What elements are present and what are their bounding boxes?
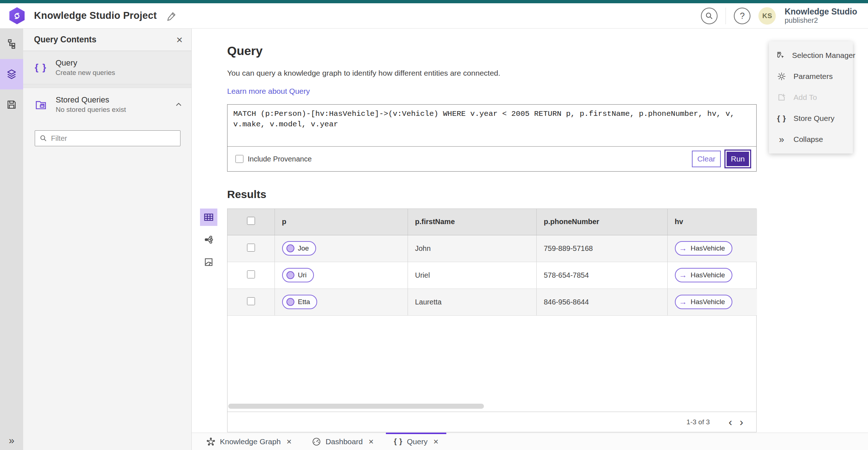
item-subtitle: Create new queries (55, 69, 115, 77)
menu-item-label: Parameters (793, 72, 833, 81)
layers-icon (6, 68, 17, 80)
filter-field[interactable] (35, 130, 180, 146)
view-table-button[interactable] (200, 209, 217, 226)
arrow-right-icon: → (679, 298, 687, 306)
select-all-checkbox[interactable] (247, 217, 255, 225)
node-dot-icon (286, 271, 294, 279)
horizontal-scrollbar[interactable] (228, 404, 484, 409)
arrow-right-icon: → (679, 271, 687, 279)
node-pill[interactable]: Uri (282, 268, 314, 282)
query-textarea[interactable]: MATCH (p:Person)-[hv:HasVehicle]->(v:Veh… (227, 105, 756, 147)
edge-pill[interactable]: →HasVehicle (675, 295, 732, 309)
panel-close-icon[interactable]: × (176, 34, 183, 45)
sidebar-item-stored-queries[interactable]: Stored Queries No stored queries exist (23, 88, 191, 121)
editor-footer: Include Provenance Clear Run (227, 147, 756, 171)
node-dot-icon (286, 298, 294, 306)
save-icon (6, 99, 17, 110)
user-block[interactable]: Knowledge Studio publisher2 (784, 7, 857, 25)
include-provenance-option[interactable]: Include Provenance (235, 155, 312, 163)
include-provenance-label: Include Provenance (248, 155, 312, 163)
rail-item-layers[interactable] (0, 59, 23, 89)
page-prev-icon[interactable]: ‹ (726, 416, 735, 428)
gear-icon (776, 72, 787, 81)
table-header-row: p p.firstName p.phoneNumber hv (227, 209, 757, 235)
view-graph-button[interactable] (200, 231, 217, 248)
expand-rail-icon[interactable]: » (0, 435, 23, 446)
item-subtitle: No stored queries exist (56, 106, 126, 114)
node-label: Joe (298, 244, 309, 252)
menu-item-label: Store Query (793, 114, 834, 123)
help-button[interactable]: ? (734, 8, 750, 24)
menu-item-parameters[interactable]: Parameters (769, 66, 853, 87)
results-table: p p.firstName p.phoneNumber hv Joe John (227, 209, 757, 316)
main-area: Query You can query a knowledge graph to… (192, 29, 868, 450)
query-contents-panel: Query Contents × { } Query Create new qu… (23, 29, 192, 450)
node-pill[interactable]: Joe (282, 241, 316, 256)
menu-item-store-query[interactable]: { } Store Query (769, 108, 853, 129)
node-dot-icon (286, 244, 294, 252)
menu-item-label: Add To (793, 93, 817, 102)
top-accent-strip (0, 0, 868, 3)
tab-knowledge-graph[interactable]: Knowledge Graph × (196, 433, 302, 450)
column-header-phonenumber: p.phoneNumber (536, 209, 667, 235)
tab-dashboard[interactable]: Dashboard × (302, 433, 384, 450)
select-all-cell (227, 209, 275, 235)
results-table-container: p p.firstName p.phoneNumber hv Joe John (227, 209, 757, 432)
selection-manager-icon (776, 51, 786, 60)
menu-item-label: Selection Manager (792, 51, 855, 60)
include-provenance-checkbox[interactable] (235, 155, 243, 163)
body-row: » Query Contents × { } Query Create new … (0, 29, 868, 450)
view-mode-rail (200, 209, 217, 432)
cell-phonenumber: 846-956-8644 (536, 289, 667, 315)
query-description: You can query a knowledge graph to ident… (227, 69, 757, 77)
menu-item-add-to[interactable]: Add To (769, 87, 853, 108)
menu-item-label: Collapse (793, 135, 823, 144)
edge-pill[interactable]: →HasVehicle (675, 241, 732, 256)
chevron-up-icon[interactable] (175, 101, 183, 109)
user-product-name: Knowledge Studio (784, 7, 857, 16)
tab-label: Knowledge Graph (220, 437, 281, 446)
menu-item-selection-manager[interactable]: Selection Manager (769, 45, 853, 66)
row-checkbox[interactable] (247, 244, 255, 252)
run-button[interactable]: Run (724, 150, 751, 168)
add-to-icon (776, 93, 787, 102)
cell-phonenumber: 578-654-7854 (536, 262, 667, 289)
edge-label: HasVehicle (691, 244, 725, 252)
cell-firstname: Uriel (408, 262, 536, 289)
bottom-tab-bar: Knowledge Graph × Dashboard × { } Query … (192, 433, 868, 450)
column-header-p: p (275, 209, 408, 235)
item-title: Query (55, 58, 115, 68)
edge-pill[interactable]: →HasVehicle (675, 268, 732, 282)
view-map-button[interactable] (200, 253, 217, 271)
edit-project-title-icon[interactable] (167, 11, 177, 21)
tab-label: Query (407, 437, 427, 446)
search-button[interactable] (701, 8, 718, 24)
right-action-menu: Selection Manager Parameters (769, 41, 853, 153)
sidebar-item-query[interactable]: { } Query Create new queries (23, 51, 191, 84)
node-label: Uri (298, 271, 307, 279)
table-row: Uri Uriel 578-654-7854 →HasVehicle (227, 262, 757, 289)
rail-item-save[interactable] (0, 89, 23, 120)
clear-button[interactable]: Clear (692, 151, 721, 167)
learn-more-link[interactable]: Learn more about Query (227, 87, 310, 96)
rail-item-hierarchy[interactable] (0, 29, 23, 59)
tab-query[interactable]: { } Query × (384, 433, 448, 450)
braces-icon: { } (35, 62, 47, 73)
avatar[interactable]: KS (758, 7, 776, 25)
row-checkbox[interactable] (247, 270, 255, 278)
tab-close-icon[interactable]: × (433, 437, 438, 447)
tab-close-icon[interactable]: × (286, 437, 292, 447)
pagination-range: 1-3 of 3 (686, 418, 710, 426)
header-divider (726, 8, 726, 24)
menu-item-collapse[interactable]: » Collapse (769, 129, 853, 150)
search-icon (705, 12, 714, 20)
tab-close-icon[interactable]: × (369, 437, 374, 447)
cell-firstname: John (408, 235, 536, 262)
filter-input[interactable] (51, 134, 176, 143)
page-title: Query (227, 44, 757, 58)
app-window: Knowledge Studio Project ? KS Knowledge … (0, 0, 868, 450)
node-pill[interactable]: Etta (282, 295, 318, 309)
page-next-icon[interactable]: › (737, 416, 746, 428)
app-header: Knowledge Studio Project ? KS Knowledge … (0, 3, 868, 29)
row-checkbox[interactable] (247, 297, 255, 305)
